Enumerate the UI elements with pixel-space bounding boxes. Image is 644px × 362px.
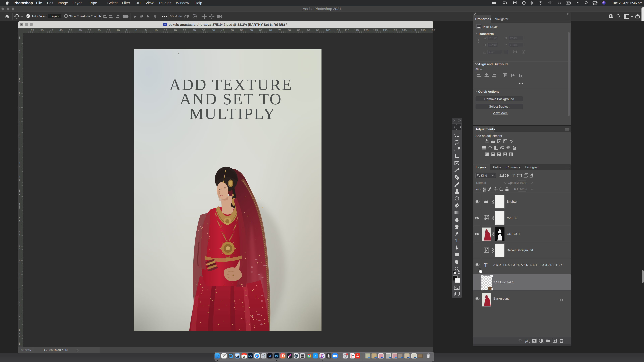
svg-text:T: T: [455, 238, 458, 243]
svg-text:A G: A G: [262, 356, 265, 358]
svg-text:A: A: [314, 355, 316, 358]
svg-text:T: T: [512, 173, 514, 178]
svg-text:Ps: Ps: [396, 357, 397, 358]
svg-text:Ps: Ps: [408, 357, 409, 358]
svg-text:Ps: Ps: [368, 357, 370, 358]
svg-text:Ps: Ps: [389, 357, 390, 358]
svg-text:APR: APR: [243, 354, 245, 355]
svg-text:Ps: Ps: [382, 357, 383, 358]
svg-text:A A: A A: [262, 354, 265, 356]
svg-text:26: 26: [243, 355, 246, 358]
svg-text:Ps: Ps: [415, 357, 416, 358]
svg-text:1: 1: [347, 354, 348, 355]
svg-text:fx: fx: [525, 338, 528, 343]
svg-text:Ps: Ps: [401, 357, 402, 358]
svg-text:Ps: Ps: [375, 357, 376, 358]
